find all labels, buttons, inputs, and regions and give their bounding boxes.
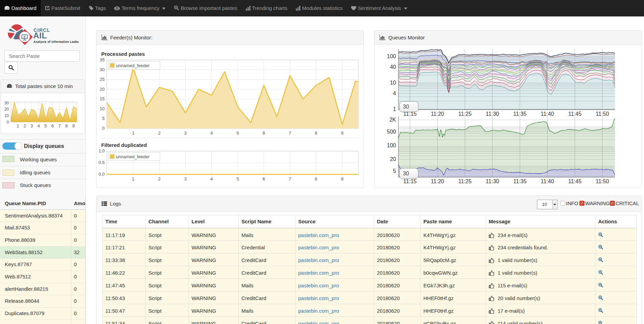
svg-text:7: 7 — [58, 123, 61, 128]
svg-text:20: 20 — [100, 87, 105, 92]
svg-text:11:30: 11:30 — [486, 111, 499, 117]
svg-text:30: 30 — [100, 67, 105, 72]
svg-text:10: 10 — [100, 106, 105, 111]
svg-text:35: 35 — [100, 57, 105, 62]
svg-text:100: 100 — [387, 53, 396, 59]
svg-text:8: 8 — [315, 130, 317, 136]
svg-text:0.5: 0.5 — [98, 160, 105, 165]
svg-text:11:25: 11:25 — [458, 178, 472, 184]
svg-text:10: 10 — [390, 80, 396, 86]
svg-text:11:35: 11:35 — [513, 111, 527, 117]
svg-text:1: 1 — [16, 123, 19, 128]
svg-text:500: 500 — [387, 129, 396, 135]
svg-text:3: 3 — [30, 123, 33, 128]
svg-text:5: 5 — [102, 116, 105, 121]
svg-text:11:20: 11:20 — [431, 178, 444, 184]
svg-text:9: 9 — [341, 130, 343, 136]
svg-text:5: 5 — [236, 176, 239, 182]
svg-text:unnamed_feeder: unnamed_feeder — [116, 63, 150, 68]
svg-text:40: 40 — [390, 64, 396, 70]
svg-text:11:15: 11:15 — [403, 178, 417, 184]
svg-text:0: 0 — [6, 120, 9, 125]
svg-text:6: 6 — [263, 176, 265, 182]
svg-text:4: 4 — [210, 130, 213, 136]
svg-text:11:45: 11:45 — [568, 178, 581, 184]
svg-text:5: 5 — [236, 130, 239, 136]
svg-text:9: 9 — [341, 176, 343, 182]
svg-text:11:35: 11:35 — [513, 178, 527, 184]
svg-text:5: 5 — [44, 123, 47, 128]
svg-text:6: 6 — [263, 130, 265, 136]
svg-text:8: 8 — [65, 123, 68, 128]
svg-text:15: 15 — [100, 96, 105, 101]
svg-text:1: 1 — [132, 130, 134, 136]
svg-text:10: 10 — [4, 113, 9, 118]
svg-text:Analysis of Information Leaks: Analysis of Information Leaks — [34, 40, 79, 43]
svg-text:9: 9 — [72, 123, 75, 128]
svg-text:11:25: 11:25 — [458, 111, 472, 117]
svg-text:5: 5 — [393, 168, 396, 174]
svg-text:7: 7 — [289, 176, 291, 182]
svg-text:7: 7 — [289, 130, 291, 136]
svg-text:unnamed_feeder: unnamed_feeder — [116, 154, 150, 159]
svg-text:25: 25 — [100, 77, 105, 82]
svg-text:11:50: 11:50 — [596, 178, 609, 184]
svg-text:20: 20 — [390, 156, 396, 162]
svg-text:20: 20 — [4, 107, 9, 112]
svg-text:2: 2 — [24, 123, 26, 128]
svg-text:6: 6 — [51, 123, 54, 128]
svg-text:2K: 2K — [389, 117, 396, 123]
svg-text:1: 1 — [132, 176, 134, 182]
svg-text:11:20: 11:20 — [431, 111, 444, 117]
svg-text:100: 100 — [387, 142, 396, 148]
svg-text:AIL: AIL — [33, 31, 47, 40]
svg-text:11:40: 11:40 — [541, 178, 554, 184]
svg-text:3: 3 — [184, 176, 187, 182]
svg-text:11:50: 11:50 — [596, 111, 609, 117]
svg-text:2: 2 — [158, 130, 160, 136]
svg-text:1.0: 1.0 — [98, 148, 105, 153]
svg-text:11:30: 11:30 — [486, 178, 499, 184]
svg-text:11:40: 11:40 — [541, 111, 554, 117]
svg-text:11:45: 11:45 — [568, 111, 581, 117]
svg-text:0.0: 0.0 — [98, 172, 105, 177]
svg-text:0: 0 — [102, 126, 105, 131]
svg-text:2: 2 — [158, 176, 160, 182]
svg-text:8: 8 — [315, 176, 317, 182]
svg-text:4: 4 — [393, 90, 396, 96]
svg-text:30: 30 — [4, 101, 9, 105]
svg-text:4: 4 — [37, 123, 40, 128]
svg-text:4: 4 — [210, 176, 213, 182]
svg-text:3: 3 — [184, 130, 187, 136]
svg-text:1: 1 — [393, 106, 396, 112]
